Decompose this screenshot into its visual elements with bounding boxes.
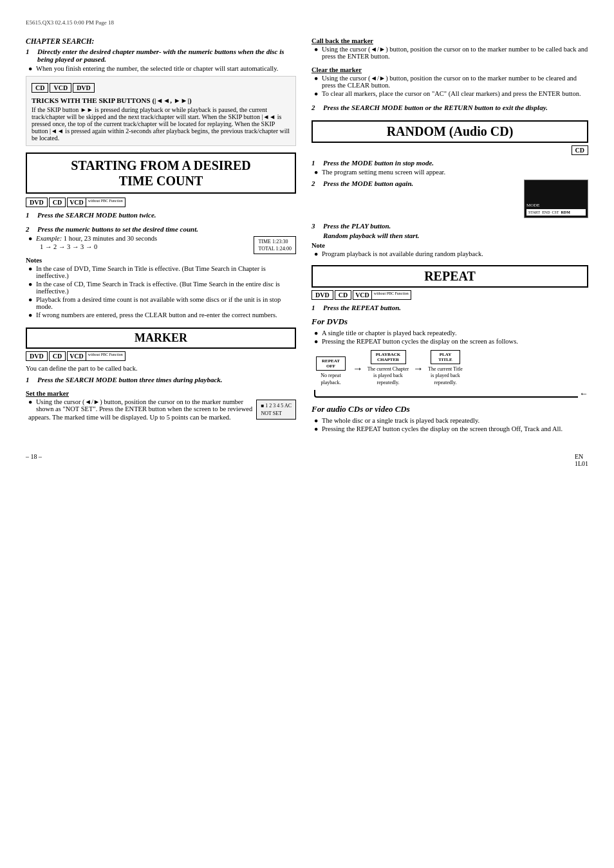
bullet-dot: ● — [28, 265, 33, 279]
mode-item-start: START — [528, 210, 540, 214]
badge-cd-s: CD — [49, 198, 66, 207]
set-marker-text2: appears. The marked time will be display… — [26, 414, 296, 421]
tricks-body: If the SKIP button ►► is pressed during … — [32, 106, 290, 142]
call-back-bullet: ● Using the cursor (◄/►) button, positio… — [312, 46, 588, 60]
time-line2: TOTAL 1:24:00 — [258, 245, 292, 252]
marker-step1: 1 Press the SEARCH MODE button three tim… — [26, 376, 296, 383]
header-left: E5615.QX3 02.4.15 0:00 PM Page 18 — [26, 19, 114, 26]
badge-vcd-rep: VCD without PBC Function — [353, 290, 411, 300]
call-back-label: Call back the marker — [312, 37, 588, 44]
example-block: TIME 1:23:30 TOTAL 1:24:00 ● Example: 1 … — [26, 235, 296, 254]
example-text: 1 hour, 23 minutes and 30 seconds — [64, 235, 157, 242]
set-marker-bullet: ● Using the cursor (◄/►) button, positio… — [26, 398, 252, 412]
step-number: 1 — [312, 159, 319, 167]
indicator-chapter-desc: The current Chapter is played back repea… — [366, 366, 411, 386]
bullet-text: When you finish entering the number, the… — [36, 65, 278, 72]
bullet-dot: ● — [314, 250, 319, 257]
example-item: ● Example: 1 hour, 23 minutes and 30 sec… — [26, 235, 254, 242]
step-number: 2 — [26, 225, 33, 233]
random-step3: 3 Press the PLAY button. — [312, 222, 588, 230]
vcd-note: without PBC Function — [86, 198, 125, 207]
note4-text: If wrong numbers are entered, press the … — [36, 311, 277, 319]
marker-box: MARKER — [26, 328, 296, 349]
dvd-bullet2-text: Pressing the REPEAT button cycles the di… — [322, 338, 518, 345]
dvd-bullet1-text: A single title or chapter is played back… — [322, 329, 457, 337]
arrow-right-2: → — [413, 363, 423, 374]
badge-vcd-m: VCD without PBC Function — [67, 351, 126, 361]
time-line1: TIME 1:23:30 — [258, 238, 292, 245]
repeat-formats: DVD CD VCD without PBC Function — [312, 290, 588, 300]
repeat-step1: 1 Press the REPEAT button. — [312, 304, 588, 311]
marker-display: ■ 1 2 3 4 5 AC NOT SET — [256, 400, 296, 419]
ind-ch-label2: CHAPTER — [375, 357, 402, 362]
for-audio-cds-heading: For audio CDs or video CDs — [312, 404, 588, 414]
badge-dvd-m: DVD — [26, 351, 48, 361]
audio-bullet2-text: Pressing the REPEAT button cycles the di… — [322, 425, 563, 432]
bullet-dot: ● — [28, 296, 33, 310]
footer-lang: EN — [575, 453, 583, 460]
clear-marker-text2: To clear all markers, place the cursor o… — [322, 90, 581, 97]
audio-bullet2: ● Pressing the REPEAT button cycles the … — [312, 425, 588, 432]
badge-dvd-s: DVD — [26, 198, 48, 207]
random-step2-block: 2 Press the MODE button again. MODE STAR… — [312, 180, 588, 218]
bullet-dot: ● — [314, 338, 319, 345]
note1-text: In the case of DVD, Time Search in Title… — [36, 265, 296, 279]
marker-line1: ■ 1 2 3 4 5 AC — [261, 402, 292, 409]
bullet-dot: ● — [314, 417, 319, 424]
dvd-bullet2: ● Pressing the REPEAT button cycles the … — [312, 338, 588, 345]
example-label-text: Example: — [36, 235, 62, 242]
footer-page-num: – 18 – — [26, 453, 42, 467]
arrow-right-1: → — [353, 363, 363, 374]
step-number: 2 — [312, 104, 319, 111]
step-number: 1 — [26, 211, 33, 219]
bullet-dot: ● — [314, 425, 319, 432]
step3-text: Press the PLAY button. — [323, 222, 391, 230]
bullet-dot: ● — [28, 235, 33, 242]
ind-ch-label1: PLAYBACK — [375, 352, 402, 357]
tricks-title: TRICKS WITH THE SKIP BUTTONS (|◄◄, ►►|) — [32, 97, 290, 104]
mode-item-cst: CST — [552, 210, 559, 214]
call-back-section: Call back the marker ● Using the cursor … — [312, 37, 588, 111]
right-column: Call back the marker ● Using the cursor … — [312, 37, 588, 434]
bullet-dot: ● — [314, 90, 319, 97]
note2-text: In the case of CD, Time Search in Track … — [36, 281, 296, 295]
indicator-chapter: PLAYBACK CHAPTER The current Chapter is … — [366, 350, 411, 386]
indicator-chapter-box: PLAYBACK CHAPTER — [371, 350, 406, 364]
random-note-text: Program playback is not available during… — [322, 250, 483, 257]
indicator-title-box: PLAY TITLE — [431, 350, 460, 364]
example-label: Example: 1 hour, 23 minutes and 30 secon… — [36, 235, 157, 242]
step-number: 1 — [26, 48, 33, 63]
starting-formats: DVD CD VCD without PBC Function — [26, 198, 296, 207]
footer-right: EN 1L01 — [575, 453, 588, 467]
repeat-indicators: REPEAT OFF No repeat playback. → PLAYBAC… — [312, 350, 588, 386]
random-step3-sub: Random playback will then start. — [312, 232, 588, 239]
footer-code: 1L01 — [575, 460, 588, 467]
starting-step2: 2 Press the numeric buttons to set the d… — [26, 225, 296, 233]
badge-cd: CD — [32, 83, 48, 93]
badge-vcd-combo: VCD without PBC Function — [67, 198, 126, 207]
dvd-bullet1: ● A single title or chapter is played ba… — [312, 329, 588, 337]
page-header: E5615.QX3 02.4.15 0:00 PM Page 18 — [26, 19, 588, 26]
bullet-dot: ● — [28, 311, 33, 319]
ind-label-2: OFF — [321, 364, 341, 369]
note4: ● If wrong numbers are entered, press th… — [26, 311, 296, 319]
mode-item-rdm: RDM — [561, 210, 570, 214]
page-footer: – 18 – EN 1L01 — [26, 453, 588, 467]
mode-screen: MODE START END CST RDM — [524, 180, 588, 218]
step-number: 3 — [312, 222, 319, 230]
step2-text: Press the MODE button again. — [323, 180, 413, 187]
clear-marker-label: Clear the marker — [312, 66, 588, 73]
arrow-left-side — [314, 390, 578, 398]
step-number: 1 — [312, 304, 319, 311]
marker-intro: You can define the part to be called bac… — [26, 365, 296, 372]
mode-screen-label: MODE — [526, 203, 586, 208]
bullet-dot: ● — [28, 398, 33, 412]
bullet-dot: ● — [28, 65, 33, 72]
clear-marker-text1: Using the cursor (◄/►) button, position … — [322, 75, 588, 89]
note2: ● In the case of CD, Time Search in Trac… — [26, 281, 296, 295]
random-formats: CD — [312, 145, 588, 155]
indicator-off: REPEAT OFF No repeat playback. — [312, 356, 350, 386]
starting-section-box: STARTING FROM A DESIRED TIME COUNT — [26, 152, 296, 194]
random-note: ● Program playback is not available duri… — [312, 250, 588, 257]
left-column: CHAPTER SEARCH: 1 Directly enter the des… — [26, 37, 296, 434]
